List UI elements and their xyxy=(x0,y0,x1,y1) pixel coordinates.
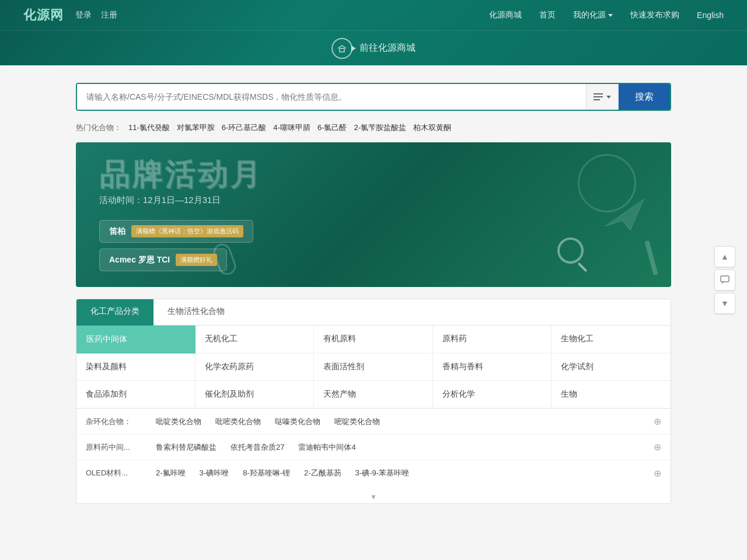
sub-cat-item-0-2[interactable]: 哒嗪类化合物 xyxy=(275,416,320,427)
sub-cat-row-0: 杂环化合物： 吡啶类化合物 吡嘧类化合物 哒嗪类化合物 嘧啶类化合物 ⊕ xyxy=(76,409,671,435)
sub-cat-item-0-3[interactable]: 嘧啶类化合物 xyxy=(334,416,380,427)
tab-chemical-products[interactable]: 化工产品分类 xyxy=(76,299,153,326)
search-bar: 搜索 xyxy=(76,83,671,111)
sub-cat-item-1-0[interactable]: 鲁索利替尼磷酸盐 xyxy=(156,442,217,453)
banner-right xyxy=(601,194,648,235)
nav-shop[interactable]: 化源商城 xyxy=(489,10,522,20)
search-input[interactable] xyxy=(77,84,586,110)
main-content: 搜索 热门化合物： 11-氯代癸酸 对氯苯甲胺 6-环己基己酸 4-噻咪甲腈 6… xyxy=(76,65,671,516)
header: 化源网 登录 注册 化源商城 首页 我的化源 快速发布求购 English xyxy=(0,0,747,30)
hot-item-6[interactable]: 柏木双黄酮 xyxy=(413,123,451,133)
sub-cat-item-0-0[interactable]: 吡啶类化合物 xyxy=(156,416,201,427)
sub-cat-label-1: 原料药中间... xyxy=(86,442,156,453)
banner-tag-0: 满额赠《黑神话：悟空》游戏激活码 xyxy=(131,225,243,237)
bottom-indicator: ▼ xyxy=(76,486,671,503)
sub-cat-item-0-1[interactable]: 吡嘧类化合物 xyxy=(215,416,261,427)
tab-bioactive-compounds[interactable]: 生物活性化合物 xyxy=(153,299,239,326)
hot-item-1[interactable]: 对氯苯甲胺 xyxy=(177,123,215,133)
sub-cat-item-2-3[interactable]: 2-乙酰基芴 xyxy=(304,468,341,478)
hot-item-0[interactable]: 11-氯代癸酸 xyxy=(128,123,170,133)
category-section: 化工产品分类 生物活性化合物 医药中间体 无机化工 有机原料 原料药 生物化工 … xyxy=(76,299,671,504)
category-item-3[interactable]: 原料药 xyxy=(433,326,552,354)
sub-cat-item-2-0[interactable]: 2-氟咔唑 xyxy=(156,468,186,478)
scroll-chevron-down[interactable]: ▼ xyxy=(370,493,377,501)
sub-header-link[interactable]: 前往化源商城 xyxy=(331,38,416,59)
category-item-7[interactable]: 表面活性剂 xyxy=(314,354,433,381)
sub-cat-more-2[interactable]: ⊕ xyxy=(654,468,661,479)
magnifier-icon xyxy=(557,237,584,264)
sub-cat-more-0[interactable]: ⊕ xyxy=(654,416,661,427)
scroll-dots: ▼ xyxy=(370,493,377,501)
sub-cat-item-2-2[interactable]: 8-羟基喹啉-锂 xyxy=(243,468,290,478)
hot-label: 热门化合物： xyxy=(76,123,121,133)
nav-home[interactable]: 首页 xyxy=(539,10,556,20)
filter-lines-icon xyxy=(594,93,603,100)
category-tabs: 化工产品分类 生物活性化合物 xyxy=(76,299,671,326)
category-item-12[interactable]: 天然产物 xyxy=(314,381,433,408)
dropdown-arrow-icon xyxy=(608,14,613,17)
svg-rect-0 xyxy=(340,48,344,52)
sub-header-banner[interactable]: 前往化源商城 xyxy=(0,30,747,65)
sub-cat-label-2: OLED材料... xyxy=(86,468,156,478)
sub-cat-items-1: 鲁索利替尼磷酸盐 依托考昔杂质27 雷迪帕韦中间体4 xyxy=(156,442,654,453)
sub-cat-item-1-1[interactable]: 依托考昔杂质27 xyxy=(231,442,284,453)
category-item-6[interactable]: 化学农药原药 xyxy=(196,354,315,381)
sub-cat-label-0: 杂环化合物： xyxy=(86,416,156,427)
hot-item-2[interactable]: 6-环己基己酸 xyxy=(222,123,267,133)
logo: 化源网 xyxy=(23,6,64,24)
category-item-13[interactable]: 分析化学 xyxy=(433,381,552,408)
banner-card-1[interactable]: Acmec 罗恩 TCI 满额赠好礼 xyxy=(99,249,227,271)
category-item-9[interactable]: 化学试剂 xyxy=(551,354,671,381)
nav-english[interactable]: English xyxy=(697,10,724,20)
category-item-0[interactable]: 医药中间体 xyxy=(76,326,196,354)
banner[interactable]: 品牌活动月 活动时间：12月1日—12月31日 笛柏 满额赠《黑神话：悟空》游戏… xyxy=(76,142,671,287)
comment-icon xyxy=(720,275,729,285)
svg-marker-1 xyxy=(605,199,644,230)
sub-cat-items-0: 吡啶类化合物 吡嘧类化合物 哒嗪类化合物 嘧啶类化合物 xyxy=(156,416,654,427)
main-nav: 化源商城 首页 我的化源 快速发布求购 English xyxy=(489,10,724,20)
paper-plane-icon xyxy=(601,194,648,235)
sidebar-down-btn[interactable]: ▼ xyxy=(714,293,735,314)
sub-cat-item-1-2[interactable]: 雷迪帕韦中间体4 xyxy=(298,442,355,453)
category-item-11[interactable]: 催化剂及助剂 xyxy=(196,381,315,408)
category-grid: 医药中间体 无机化工 有机原料 原料药 生物化工 染料及颜料 化学农药原药 表面… xyxy=(76,326,671,409)
sub-cat-more-1[interactable]: ⊕ xyxy=(654,442,661,453)
banner-left: 品牌活动月 活动时间：12月1日—12月31日 笛柏 满额赠《黑神话：悟空》游戏… xyxy=(99,158,601,271)
sub-header-text: 前往化源商城 xyxy=(359,42,416,54)
category-item-8[interactable]: 香精与香料 xyxy=(433,354,552,381)
banner-tag-1: 满额赠好礼 xyxy=(176,254,217,266)
filter-arrow-icon xyxy=(606,96,611,99)
hot-item-3[interactable]: 4-噻咪甲腈 xyxy=(273,123,310,133)
sidebar-comment-btn[interactable] xyxy=(714,270,735,290)
hot-item-4[interactable]: 6-氯己醛 xyxy=(317,123,347,133)
svg-rect-4 xyxy=(721,276,729,282)
banner-cards: 笛柏 满额赠《黑神话：悟空》游戏激活码 Acmec 罗恩 TCI 满额赠好礼 xyxy=(99,220,601,271)
nav-my-huayuan[interactable]: 我的化源 xyxy=(573,10,613,20)
banner-pencil-decor xyxy=(644,240,658,275)
category-item-10[interactable]: 食品添加剂 xyxy=(76,381,196,408)
sub-cat-item-2-4[interactable]: 3-碘-9-苯基咔唑 xyxy=(355,468,409,478)
sub-cat-row-2: OLED材料... 2-氟咔唑 3-碘咔唑 8-羟基喹啉-锂 2-乙酰基芴 3-… xyxy=(76,460,671,486)
category-item-14[interactable]: 生物 xyxy=(551,381,671,408)
auth-links: 登录 注册 xyxy=(75,10,117,20)
nav-publish[interactable]: 快速发布求购 xyxy=(630,10,679,20)
login-link[interactable]: 登录 xyxy=(75,10,92,20)
search-filter-dropdown[interactable] xyxy=(586,84,619,110)
hot-item-5[interactable]: 2-氯苄胺盐酸盐 xyxy=(354,123,406,133)
register-link[interactable]: 注册 xyxy=(101,10,117,20)
right-sidebar: ▲ ▼ xyxy=(714,246,735,314)
banner-brand-1: Acmec 罗恩 TCI xyxy=(109,255,170,265)
category-item-4[interactable]: 生物化工 xyxy=(551,326,671,354)
category-item-1[interactable]: 无机化工 xyxy=(196,326,315,354)
banner-brand-0: 笛柏 xyxy=(109,226,125,237)
shop-icon xyxy=(331,38,352,59)
banner-card-0[interactable]: 笛柏 满额赠《黑神话：悟空》游戏激活码 xyxy=(99,220,253,243)
category-item-5[interactable]: 染料及颜料 xyxy=(76,354,196,381)
category-item-2[interactable]: 有机原料 xyxy=(314,326,433,354)
sub-cat-item-2-1[interactable]: 3-碘咔唑 xyxy=(200,468,229,478)
sub-category-section: 杂环化合物： 吡啶类化合物 吡嘧类化合物 哒嗪类化合物 嘧啶类化合物 ⊕ 原料药… xyxy=(76,409,671,486)
sub-cat-row-1: 原料药中间... 鲁索利替尼磷酸盐 依托考昔杂质27 雷迪帕韦中间体4 ⊕ xyxy=(76,435,671,460)
hot-chemicals: 热门化合物： 11-氯代癸酸 对氯苯甲胺 6-环己基己酸 4-噻咪甲腈 6-氯己… xyxy=(76,120,671,133)
search-button[interactable]: 搜索 xyxy=(619,84,670,110)
sidebar-up-btn[interactable]: ▲ xyxy=(714,246,735,267)
